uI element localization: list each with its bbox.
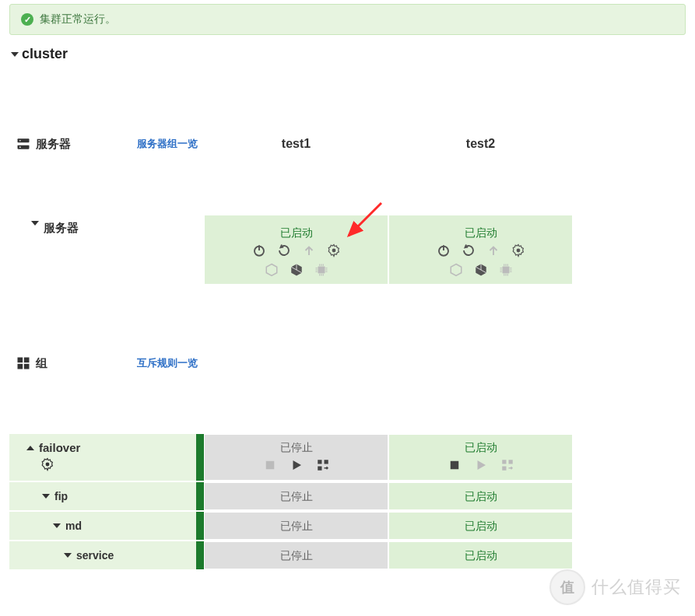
power-icon[interactable] (252, 243, 266, 260)
groups-title: 组 (36, 356, 47, 371)
search-icon (16, 590, 31, 616)
alert-text: 集群正常运行。 (40, 12, 116, 26)
watermark: 值 什么值得买 (549, 569, 681, 605)
chip-icon[interactable] (499, 263, 513, 279)
group-item-cell-test2: 已启动 (388, 512, 573, 540)
caret-down-icon (64, 553, 72, 558)
play-icon[interactable] (290, 458, 304, 474)
server-cell-test2: 已启动 (388, 215, 573, 285)
cluster-name: cluster (22, 46, 68, 62)
status-text: 已启动 (465, 541, 497, 569)
group-item-cell-test1: 已停止 (204, 541, 388, 569)
watermark-text: 什么值得买 (591, 576, 681, 599)
move-icon[interactable] (500, 458, 514, 474)
server-icon (16, 86, 31, 202)
caret-up-icon (26, 446, 34, 450)
group-item-fip[interactable]: fip (9, 482, 204, 510)
status-text: 已启动 (465, 441, 497, 455)
reboot-icon[interactable] (277, 243, 291, 260)
status-text: 已停止 (280, 482, 313, 510)
exclusion-rules-link[interactable]: 互斥规则一览 (137, 356, 198, 370)
group-item-cell-test1: 已停止 (204, 512, 388, 540)
group-cell-test1: 已停止 (204, 434, 388, 481)
status-alert: ✓ 集群正常运行。 (9, 4, 686, 35)
server-list-link[interactable]: 服务器组一览 (137, 137, 198, 151)
monitors-header: 监视器 (9, 582, 204, 616)
status-text: 已启动 (465, 226, 497, 240)
server-node-label: 服务器 (44, 221, 79, 236)
chip-icon[interactable] (314, 263, 328, 279)
vm-outline-icon[interactable] (265, 263, 279, 279)
caret-down-icon (11, 52, 19, 57)
vm-outline-icon[interactable] (449, 263, 463, 279)
group-item-md[interactable]: md (9, 512, 204, 540)
status-text: 已启动 (465, 512, 497, 540)
server-tree-node[interactable]: 服务器 (9, 215, 204, 285)
reboot-icon[interactable] (462, 243, 476, 260)
group-item-cell-test1: 已停止 (204, 482, 388, 510)
caret-down-icon (31, 221, 39, 226)
status-text: 已停止 (280, 512, 313, 540)
column-header-2: test2 (388, 78, 573, 210)
gear-icon[interactable] (40, 457, 54, 471)
group-item-label: fip (54, 490, 68, 502)
status-text: 已停止 (280, 541, 313, 569)
status-stripe (196, 541, 204, 569)
power-icon[interactable] (437, 243, 451, 260)
watermark-badge: 值 (549, 569, 585, 605)
group-cell-test2: 已启动 (388, 434, 573, 481)
move-icon[interactable] (316, 458, 330, 474)
server-cell-test1: 已启动 (204, 215, 388, 285)
status-stripe (196, 434, 204, 481)
groups-header: 组 互斥规则一览 (9, 297, 204, 429)
group-name: failover (39, 441, 80, 454)
status-stripe (196, 482, 204, 510)
column-header-1: test1 (204, 78, 388, 210)
vm-icon[interactable] (474, 263, 488, 279)
group-item-cell-test2: 已启动 (388, 541, 573, 569)
gear-icon[interactable] (511, 243, 525, 260)
group-item-label: md (65, 520, 82, 532)
play-icon[interactable] (474, 458, 488, 474)
cluster-header[interactable]: cluster (9, 43, 686, 67)
caret-down-icon (53, 523, 61, 528)
gear-icon[interactable] (327, 243, 341, 260)
stop-icon[interactable] (263, 458, 277, 474)
status-stripe (196, 512, 204, 540)
status-text: 已启动 (465, 482, 497, 510)
recover-icon[interactable] (486, 243, 500, 260)
check-icon: ✓ (21, 13, 33, 26)
servers-header: 服务器 服务器组一览 (9, 78, 204, 210)
group-item-cell-test2: 已启动 (388, 482, 573, 510)
caret-down-icon (42, 494, 50, 499)
stop-icon[interactable] (448, 458, 462, 474)
group-item-service[interactable]: service (9, 541, 204, 569)
group-failover[interactable]: failover (9, 434, 204, 481)
status-text: 已停止 (280, 441, 313, 455)
group-item-label: service (76, 549, 114, 562)
servers-title: 服务器 (36, 137, 71, 152)
grid-icon (16, 305, 31, 422)
status-text: 已启动 (280, 226, 313, 240)
recover-icon[interactable] (302, 243, 316, 260)
vm-icon[interactable] (290, 263, 304, 279)
